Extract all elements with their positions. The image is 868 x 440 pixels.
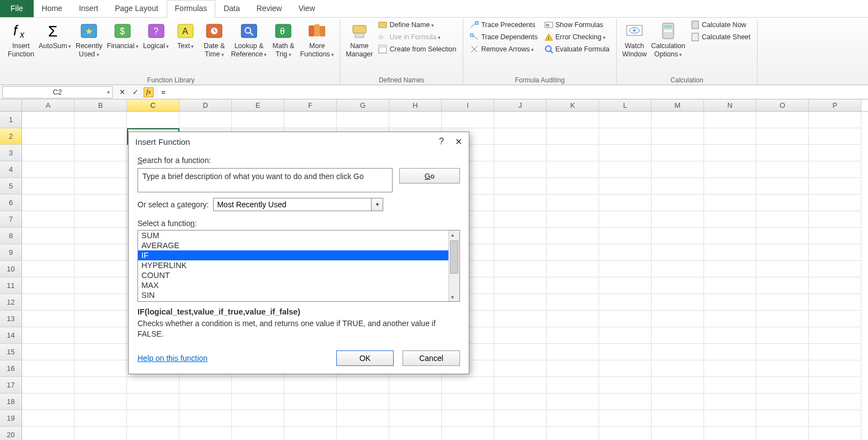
cell[interactable] (494, 277, 547, 294)
column-header-K[interactable]: K (547, 99, 599, 111)
cancel-formula-icon[interactable]: ✕ (117, 87, 127, 97)
cell[interactable] (22, 427, 75, 440)
cell[interactable] (809, 211, 861, 228)
cell[interactable] (75, 394, 127, 410)
cell[interactable] (809, 294, 861, 311)
row-header-3[interactable]: 3 (0, 145, 22, 161)
cell[interactable] (704, 360, 756, 377)
autosum-button[interactable]: Σ AutoSum (36, 19, 73, 51)
cell[interactable] (652, 427, 704, 440)
cell[interactable] (494, 327, 547, 344)
cell[interactable] (756, 394, 809, 410)
tab-review[interactable]: Review (248, 0, 290, 17)
cell[interactable] (442, 427, 494, 440)
cell[interactable] (232, 394, 284, 410)
cell[interactable] (599, 195, 652, 211)
column-header-O[interactable]: O (756, 99, 809, 111)
cell[interactable] (599, 178, 652, 195)
cell[interactable] (547, 228, 599, 244)
cell[interactable] (442, 394, 494, 410)
function-listbox[interactable]: SUMAVERAGEIFHYPERLINKCOUNTMAXSIN (137, 230, 460, 302)
cell[interactable] (22, 261, 75, 277)
cell[interactable] (756, 161, 809, 178)
cell[interactable] (599, 360, 652, 377)
cell[interactable] (756, 427, 809, 440)
calculate-now-button[interactable]: Calculate Now (690, 20, 751, 30)
cell[interactable] (22, 410, 75, 427)
cell[interactable] (547, 311, 599, 327)
cell[interactable] (756, 195, 809, 211)
cell[interactable] (75, 327, 127, 344)
tab-file[interactable]: File (0, 0, 34, 17)
cell[interactable] (809, 327, 861, 344)
cell[interactable] (337, 427, 389, 440)
cell[interactable] (704, 294, 756, 311)
cell[interactable] (652, 344, 704, 360)
cell[interactable] (494, 261, 547, 277)
cell[interactable] (442, 112, 494, 128)
cell[interactable] (22, 161, 75, 178)
row-header-14[interactable]: 14 (0, 327, 22, 344)
cell[interactable] (389, 394, 442, 410)
cell[interactable] (75, 277, 127, 294)
column-header-J[interactable]: J (494, 99, 547, 111)
cell[interactable] (75, 228, 127, 244)
cell[interactable] (809, 377, 861, 394)
cell[interactable] (547, 112, 599, 128)
cell[interactable] (704, 161, 756, 178)
column-header-F[interactable]: F (284, 99, 337, 111)
cell[interactable] (75, 145, 127, 161)
cell[interactable] (547, 261, 599, 277)
cell[interactable] (75, 211, 127, 228)
column-header-G[interactable]: G (337, 99, 389, 111)
cell[interactable] (652, 311, 704, 327)
column-header-M[interactable]: M (652, 99, 704, 111)
more-functions-button[interactable]: MoreFunctions (298, 19, 336, 60)
cell[interactable] (652, 261, 704, 277)
cell[interactable] (756, 145, 809, 161)
cell[interactable] (599, 145, 652, 161)
cell[interactable] (179, 112, 232, 128)
row-header-16[interactable]: 16 (0, 360, 22, 377)
cell[interactable] (599, 294, 652, 311)
cell[interactable] (704, 261, 756, 277)
cell[interactable] (494, 427, 547, 440)
cell[interactable] (704, 145, 756, 161)
cell[interactable] (284, 410, 337, 427)
cell[interactable] (704, 311, 756, 327)
row-header-11[interactable]: 11 (0, 277, 22, 294)
cell[interactable] (337, 112, 389, 128)
cell[interactable] (809, 178, 861, 195)
cell[interactable] (547, 195, 599, 211)
cell[interactable] (494, 161, 547, 178)
cell[interactable] (284, 377, 337, 394)
cell[interactable] (809, 360, 861, 377)
cell[interactable] (494, 410, 547, 427)
cell[interactable] (599, 394, 652, 410)
cell[interactable] (389, 377, 442, 394)
create-from-selection-button[interactable]: Create from Selection (377, 44, 457, 54)
cell[interactable] (547, 211, 599, 228)
cell[interactable] (704, 327, 756, 344)
tab-view[interactable]: View (290, 0, 323, 17)
cell[interactable] (809, 261, 861, 277)
cell[interactable] (494, 211, 547, 228)
cell[interactable] (809, 277, 861, 294)
cell[interactable] (232, 427, 284, 440)
cell[interactable] (809, 410, 861, 427)
calculate-sheet-button[interactable]: Calculate Sheet (690, 32, 751, 42)
cell[interactable] (756, 228, 809, 244)
cell[interactable] (494, 394, 547, 410)
cell[interactable] (442, 377, 494, 394)
tab-home[interactable]: Home (34, 0, 71, 17)
cell[interactable] (756, 311, 809, 327)
row-header-18[interactable]: 18 (0, 394, 22, 410)
cell[interactable] (494, 294, 547, 311)
column-header-N[interactable]: N (704, 99, 756, 111)
cell[interactable] (547, 360, 599, 377)
column-header-C[interactable]: C (127, 99, 179, 111)
cell[interactable] (652, 145, 704, 161)
cell[interactable] (22, 244, 75, 261)
cell[interactable] (22, 294, 75, 311)
cell[interactable] (494, 228, 547, 244)
